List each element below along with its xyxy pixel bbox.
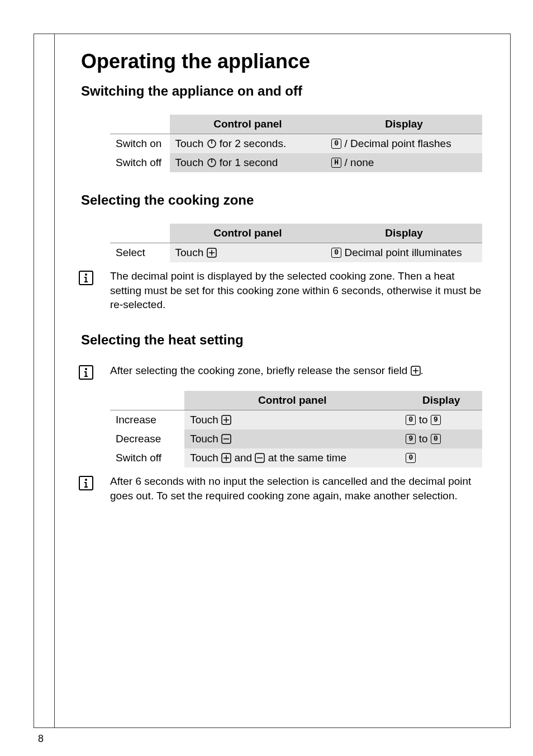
row-label: Select — [110, 243, 170, 263]
th-display: Display — [326, 115, 482, 134]
row-display: 0 — [400, 448, 482, 467]
row-control: Touch for 1 second — [170, 153, 326, 172]
heat-table: Control panel Display Increase Touch 0 t… — [110, 391, 482, 467]
th-display: Display — [400, 391, 482, 410]
row-display: 0 Decimal point illuminates — [326, 243, 482, 263]
section1-heading: Switching the appliance on and off — [81, 83, 482, 99]
segment-icon: 0 — [331, 139, 341, 149]
info-icon — [79, 271, 93, 285]
select-table: Control panel Display Select Touch 0 Dec… — [110, 224, 482, 262]
row-display: 9 to 0 — [400, 429, 482, 448]
row-control: Touch — [184, 429, 400, 448]
segment-icon: 0 — [406, 453, 416, 463]
row-display: H / none — [326, 153, 482, 172]
plus-icon — [221, 415, 231, 425]
section2-note: The decimal point is displayed by the se… — [110, 269, 482, 312]
page-number: 8 — [38, 733, 44, 745]
th-blank — [110, 391, 184, 410]
section3-intro: After selecting the cooking zone, briefl… — [110, 363, 423, 382]
segment-icon: 0 — [406, 415, 416, 425]
segment-icon: 9 — [406, 434, 416, 444]
section3-heading: Selecting the heat setting — [81, 332, 482, 348]
th-control-panel: Control panel — [170, 224, 326, 243]
th-blank — [110, 115, 170, 134]
row-label: Decrease — [110, 429, 184, 448]
minus-icon — [221, 434, 231, 444]
info-icon — [79, 365, 93, 380]
th-control-panel: Control panel — [184, 391, 400, 410]
section2-heading: Selecting the cooking zone — [81, 192, 482, 208]
switch-table: Control panel Display Switch on Touch fo… — [110, 115, 482, 172]
power-icon — [207, 158, 217, 168]
row-control: Touch — [184, 410, 400, 429]
row-display: 0 to 9 — [400, 410, 482, 429]
segment-icon: H — [331, 158, 341, 168]
row-control: Touch — [170, 243, 326, 263]
segment-icon: 0 — [331, 248, 341, 258]
plus-icon — [207, 248, 217, 258]
row-display: 0 / Decimal point flashes — [326, 134, 482, 154]
segment-icon: 0 — [431, 434, 441, 444]
minus-icon — [255, 453, 265, 463]
th-control-panel: Control panel — [170, 115, 326, 134]
segment-icon: 9 — [431, 415, 441, 425]
row-label: Switch off — [110, 448, 184, 467]
plus-icon — [221, 453, 231, 463]
row-control: Touch for 2 seconds. — [170, 134, 326, 154]
power-icon — [207, 139, 217, 149]
row-label: Switch on — [110, 134, 170, 154]
th-blank — [110, 224, 170, 243]
section3-note: After 6 seconds with no input the select… — [110, 474, 482, 503]
plus-icon — [411, 366, 421, 376]
th-display: Display — [326, 224, 482, 243]
row-label: Increase — [110, 410, 184, 429]
row-label: Switch off — [110, 153, 170, 172]
row-control: Touch and at the same time — [184, 448, 400, 467]
info-icon — [79, 476, 93, 490]
page-title: Operating the appliance — [81, 50, 482, 73]
